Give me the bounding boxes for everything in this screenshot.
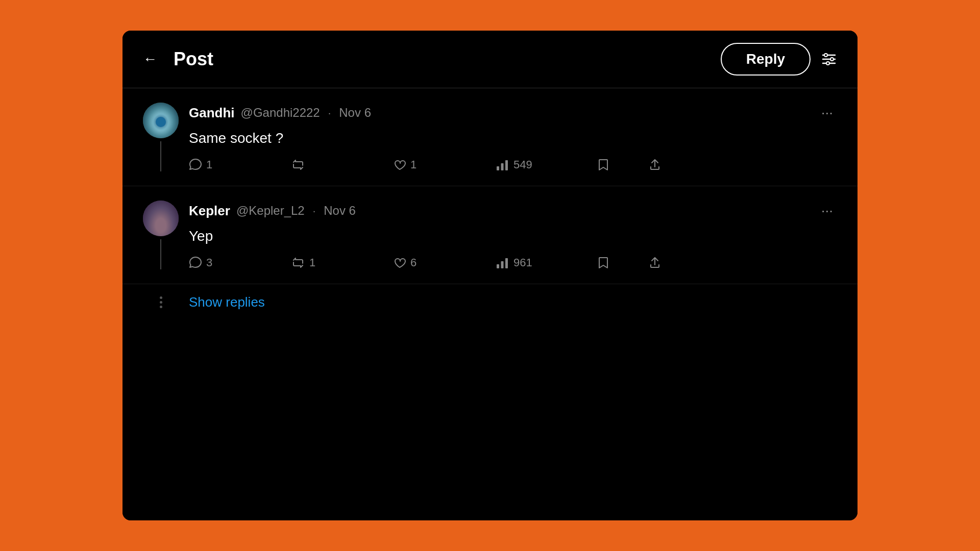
header-left: ← Post: [143, 48, 213, 70]
reply-count: 1: [206, 158, 212, 171]
heart-icon: [393, 158, 406, 171]
dot: [160, 306, 162, 308]
bookmark-action[interactable]: [597, 256, 648, 269]
svg-point-3: [824, 54, 827, 57]
avatar: [143, 201, 179, 236]
post-actions: 3 1: [189, 256, 837, 269]
share-icon: [648, 158, 662, 171]
thread-dots: [143, 296, 179, 308]
like-count: 1: [410, 158, 416, 171]
separator: ·: [328, 107, 331, 119]
retweet-action[interactable]: [291, 158, 393, 171]
post-actions: 1: [189, 158, 837, 171]
thread-line-container: [143, 201, 179, 269]
share-action[interactable]: [648, 158, 689, 171]
post-meta: Gandhi @Gandhi2222 · Nov 6 ···: [189, 103, 837, 123]
reply-icon: [189, 158, 202, 171]
dot: [160, 296, 162, 299]
views-icon: [495, 256, 509, 269]
heart-icon: [393, 256, 406, 269]
reply-count: 3: [206, 256, 212, 269]
post-username: Kepler: [189, 203, 230, 219]
share-icon: [648, 256, 662, 269]
views-action[interactable]: 961: [495, 256, 597, 269]
more-options-button[interactable]: ···: [817, 201, 837, 221]
header-right: Reply: [721, 43, 837, 76]
retweet-icon: [291, 158, 305, 171]
dot: [160, 301, 162, 304]
post-username: Gandhi: [189, 105, 235, 121]
svg-rect-10: [501, 261, 504, 268]
svg-rect-6: [497, 166, 499, 170]
back-button[interactable]: ←: [143, 51, 157, 67]
reply-button[interactable]: Reply: [721, 43, 811, 76]
retweet-action[interactable]: 1: [291, 256, 393, 269]
filter-icon[interactable]: [821, 51, 837, 67]
show-replies-row: Show replies: [122, 284, 857, 325]
thread-line: [160, 239, 161, 269]
svg-point-5: [826, 62, 829, 65]
post-meta-left: Gandhi @Gandhi2222 · Nov 6: [189, 105, 371, 121]
post-handle: @Gandhi2222: [241, 106, 320, 120]
bookmark-icon: [597, 158, 609, 171]
post-text: Same socket ?: [189, 128, 837, 148]
post-item: Gandhi @Gandhi2222 · Nov 6 ··· Same sock…: [122, 88, 857, 186]
reply-action[interactable]: 1: [189, 158, 291, 171]
views-count: 961: [513, 256, 532, 269]
svg-rect-11: [505, 258, 508, 268]
header: ← Post Reply: [122, 31, 857, 88]
post-meta-left: Kepler @Kepler_L2 · Nov 6: [189, 203, 356, 219]
phone-container: ← Post Reply: [122, 31, 857, 520]
page-title: Post: [174, 48, 213, 70]
views-icon: [495, 158, 509, 171]
views-action[interactable]: 549: [495, 158, 597, 171]
retweet-count: 1: [309, 256, 315, 269]
bookmark-action[interactable]: [597, 158, 648, 171]
post-body: Kepler @Kepler_L2 · Nov 6 ··· Yep: [189, 201, 837, 269]
more-options-button[interactable]: ···: [817, 103, 837, 123]
post-date: Nov 6: [339, 106, 371, 120]
thread-line: [160, 141, 161, 171]
like-action[interactable]: 6: [393, 256, 495, 269]
like-count: 6: [410, 256, 416, 269]
post-meta: Kepler @Kepler_L2 · Nov 6 ···: [189, 201, 837, 221]
show-replies-link[interactable]: Show replies: [189, 294, 265, 310]
share-action[interactable]: [648, 256, 689, 269]
reply-icon: [189, 256, 202, 269]
bookmark-icon: [597, 256, 609, 269]
thread-line-container: [143, 103, 179, 171]
svg-point-4: [830, 58, 834, 61]
post-body: Gandhi @Gandhi2222 · Nov 6 ··· Same sock…: [189, 103, 837, 171]
content-area: Gandhi @Gandhi2222 · Nov 6 ··· Same sock…: [122, 88, 857, 520]
views-count: 549: [513, 158, 532, 171]
svg-rect-8: [505, 160, 508, 170]
post-text: Yep: [189, 226, 837, 246]
post-item: Kepler @Kepler_L2 · Nov 6 ··· Yep: [122, 186, 857, 284]
like-action[interactable]: 1: [393, 158, 495, 171]
separator: ·: [313, 205, 316, 217]
avatar: [143, 103, 179, 138]
post-date: Nov 6: [324, 204, 356, 218]
svg-rect-7: [501, 163, 504, 170]
post-handle: @Kepler_L2: [236, 204, 305, 218]
svg-rect-9: [497, 264, 499, 268]
reply-action[interactable]: 3: [189, 256, 291, 269]
retweet-icon: [291, 256, 305, 269]
